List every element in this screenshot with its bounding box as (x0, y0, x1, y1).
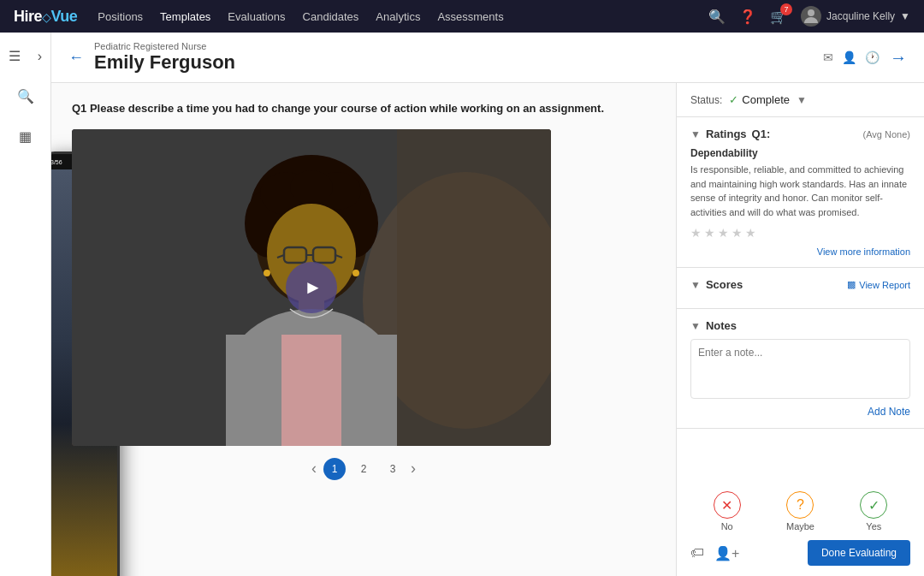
bottom-icons: 🏷 👤+ (690, 545, 739, 561)
star-4[interactable]: ★ (732, 226, 743, 240)
no-button[interactable]: ✕ No (714, 491, 741, 531)
done-evaluating-button[interactable]: Done Evaluating (808, 540, 910, 566)
no-label: No (721, 521, 733, 531)
check-icon: ✓ (729, 93, 738, 106)
view-report-text[interactable]: View Report (859, 280, 910, 290)
star-rating[interactable]: ★ ★ ★ ★ ★ (690, 226, 910, 240)
search-icon[interactable]: 🔍 (708, 9, 726, 25)
svg-point-22 (352, 270, 359, 276)
help-icon[interactable]: ❓ (739, 9, 756, 25)
status-chevron-icon[interactable]: ▼ (797, 94, 807, 106)
scores-label: Scores (706, 278, 743, 291)
notes-section: ▼ Notes Add Note (677, 309, 924, 429)
cart-icon[interactable]: 🛒 7 (770, 9, 787, 25)
nav-assessments[interactable]: Assessments (437, 7, 503, 27)
sidebar-top-icons: ☰ › (0, 43, 54, 69)
nav-templates[interactable]: Templates (160, 7, 210, 27)
candidate-info: Pediatric Registered Nurse Emily Ferguso… (94, 41, 813, 74)
left-sidebar: ☰ › 🔍 ▦ (0, 33, 51, 576)
candidate-role: Pediatric Registered Nurse (94, 41, 813, 51)
yes-label: Yes (866, 521, 881, 531)
scores-section: ▼ Scores ▩ View Report (677, 268, 924, 309)
back-button[interactable]: ← (68, 49, 84, 67)
pagination-prev[interactable]: ‹ (311, 460, 317, 478)
svg-point-10 (290, 170, 333, 205)
user-menu[interactable]: Jacquline Kelly ▼ (801, 6, 910, 27)
page-1-button[interactable]: 1 (323, 458, 346, 480)
rating-item-label: Dependability (690, 147, 910, 159)
view-report-link[interactable]: ▩ View Report (847, 279, 910, 290)
add-note-button[interactable]: Add Note (868, 406, 910, 418)
star-5[interactable]: ★ (745, 226, 756, 240)
ratings-header[interactable]: ▼ Ratings Q1: (Avg None) (690, 128, 910, 140)
star-1[interactable]: ★ (690, 226, 702, 240)
nav-evaluations[interactable]: Evaluations (228, 7, 285, 27)
bottom-actions: ✕ No ? Maybe ✓ Yes (677, 481, 924, 576)
main-content: 3/56 ●●● Q1 Please describe a time you h… (51, 83, 924, 576)
candidate-action-icons: ✉ 👤 🕐 (823, 50, 880, 64)
ratings-avg: (Avg None) (863, 129, 910, 140)
profile-icon[interactable]: 👤 (842, 50, 856, 64)
content-area: ← Pediatric Registered Nurse Emily Fergu… (51, 33, 924, 576)
video-container[interactable]: ► (72, 129, 551, 446)
nav-candidates[interactable]: Candidates (303, 7, 359, 27)
sidebar-expand-icon[interactable]: › (33, 44, 47, 69)
video-section: 3/56 ●●● Q1 Please describe a time you h… (51, 83, 676, 576)
maybe-icon: ? (786, 491, 814, 519)
status-label: Status: (690, 94, 722, 106)
nav-items: Positions Templates Evaluations Candidat… (98, 7, 503, 27)
top-navigation: Hire◇Vue Positions Templates Evaluations… (0, 0, 924, 33)
notes-textarea[interactable] (690, 339, 910, 399)
ratings-collapse-icon: ▼ (690, 128, 701, 140)
sidebar-search-icon[interactable]: 🔍 (12, 83, 39, 110)
email-icon[interactable]: ✉ (823, 50, 833, 64)
view-more-link[interactable]: View more information (690, 246, 910, 257)
svg-point-21 (264, 270, 270, 276)
page-2-button[interactable]: 2 (352, 458, 375, 480)
add-person-icon[interactable]: 👤+ (714, 545, 739, 561)
forward-arrow[interactable]: → (890, 48, 907, 68)
page-3-button[interactable]: 3 (382, 458, 404, 480)
rating-item: Dependability Is responsible, reliable, … (690, 147, 910, 257)
scores-header: ▼ Scores ▩ View Report (690, 278, 910, 291)
user-name: Jacquline Kelly (826, 10, 895, 22)
scores-title[interactable]: ▼ Scores (690, 278, 743, 291)
bar-chart-icon: ▩ (847, 279, 856, 290)
notes-title: ▼ Notes (690, 319, 737, 332)
pagination: ‹ 1 2 3 › (72, 458, 655, 480)
status-text: Complete (742, 93, 790, 106)
logo-text: Hire◇Vue (14, 8, 77, 26)
candidate-name: Emily Ferguson (94, 51, 813, 74)
main-layout: ☰ › 🔍 ▦ ← Pediatric Registered Nurse Emi… (0, 33, 924, 576)
star-2[interactable]: ★ (704, 226, 715, 240)
sidebar-filter-icon[interactable]: ▦ (14, 123, 37, 150)
question-text: Q1 Please describe a time you had to cha… (72, 100, 655, 117)
no-icon: ✕ (714, 491, 741, 519)
svg-point-0 (808, 9, 814, 16)
nav-analytics[interactable]: Analytics (376, 7, 420, 27)
play-button[interactable]: ► (286, 262, 337, 313)
sidebar-menu-icon[interactable]: ☰ (3, 43, 26, 69)
clock-icon[interactable]: 🕐 (865, 50, 880, 64)
candidate-header: ← Pediatric Registered Nurse Emily Fergu… (51, 33, 924, 83)
maybe-button[interactable]: ? Maybe (786, 491, 814, 531)
ratings-label: Ratings (706, 128, 747, 140)
status-bar: Status: ✓ Complete ▼ (677, 83, 924, 117)
pagination-next[interactable]: › (411, 460, 416, 478)
nav-positions[interactable]: Positions (98, 7, 143, 27)
rating-description: Is responsible, reliable, and committed … (690, 163, 910, 219)
play-icon: ► (304, 276, 323, 299)
yes-button[interactable]: ✓ Yes (860, 491, 887, 531)
user-chevron-icon: ▼ (900, 10, 910, 22)
ratings-title: ▼ Ratings Q1: (690, 128, 770, 140)
logo[interactable]: Hire◇Vue (14, 8, 77, 26)
star-3[interactable]: ★ (718, 226, 729, 240)
cart-badge: 7 (780, 3, 792, 15)
ratings-section: ▼ Ratings Q1: (Avg None) Dependability I… (677, 117, 924, 268)
notes-header[interactable]: ▼ Notes (690, 319, 910, 332)
tag-icon[interactable]: 🏷 (690, 545, 704, 561)
yes-icon: ✓ (860, 491, 887, 519)
right-panel: Status: ✓ Complete ▼ ▼ Ratings Q1: (676, 83, 924, 576)
bottom-row: 🏷 👤+ Done Evaluating (690, 540, 910, 566)
notes-collapse-icon: ▼ (690, 320, 701, 332)
